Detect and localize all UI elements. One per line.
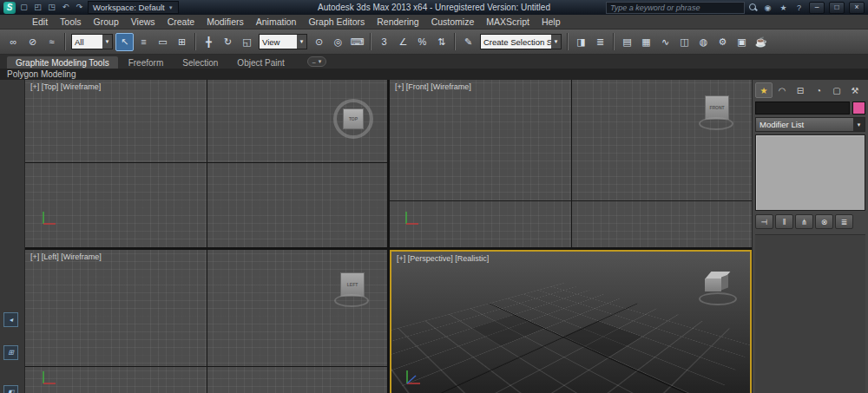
- keyboard-shortcut-override-toggle[interactable]: ⌨: [348, 33, 366, 51]
- menu-modifiers[interactable]: Modifiers: [201, 16, 250, 27]
- save-file-icon[interactable]: ◳: [46, 2, 57, 13]
- menu-help[interactable]: Help: [536, 16, 567, 27]
- tab-freeform[interactable]: Freeform: [120, 56, 173, 69]
- menu-edit[interactable]: Edit: [26, 16, 54, 27]
- pin-stack-button[interactable]: ⊣: [755, 214, 773, 229]
- viewcube[interactable]: TOP: [333, 99, 373, 139]
- menu-tools[interactable]: Tools: [54, 16, 88, 27]
- viewport-left[interactable]: [+] [Left] [Wireframe] LEFT: [25, 250, 387, 393]
- app-logo-icon[interactable]: S: [3, 2, 16, 14]
- search-icon[interactable]: [749, 3, 758, 12]
- tab-modify[interactable]: ◠: [773, 82, 791, 98]
- minimize-button[interactable]: –: [809, 2, 825, 14]
- viewcube[interactable]: FRONT: [698, 94, 734, 130]
- viewport-perspective[interactable]: [+] [Perspective] [Realistic]: [390, 250, 752, 393]
- viewcube-side-face[interactable]: [721, 274, 728, 290]
- viewport-perspective-label[interactable]: [+] [Perspective] [Realistic]: [397, 254, 489, 263]
- remove-modifier-button[interactable]: ⊗: [815, 214, 833, 229]
- viewcube-ring[interactable]: [334, 294, 369, 307]
- select-and-move-button[interactable]: ╋: [200, 33, 218, 51]
- modifier-list-select[interactable]: Modifier List ▼: [755, 117, 865, 132]
- viewcube-ring[interactable]: [699, 117, 733, 130]
- spinner-snap-toggle[interactable]: ⇅: [432, 33, 450, 51]
- menu-rendering[interactable]: Rendering: [371, 16, 424, 27]
- viewcube-face-label[interactable]: FRONT: [705, 95, 729, 120]
- angle-snap-toggle[interactable]: ∠: [394, 33, 412, 51]
- layer-manager-button[interactable]: ▤: [618, 33, 636, 51]
- menu-customize[interactable]: Customize: [425, 16, 481, 27]
- viewcube-front-face[interactable]: [705, 278, 721, 291]
- snaps-toggle-button[interactable]: 3: [375, 33, 393, 51]
- graphite-modeling-tools-toggle[interactable]: ▦: [637, 33, 655, 51]
- help-icon[interactable]: ?: [793, 3, 805, 12]
- viewcube-ring[interactable]: [699, 292, 737, 305]
- tab-object-paint[interactable]: Object Paint: [228, 56, 293, 69]
- selection-filter-select[interactable]: All ▼: [71, 34, 113, 49]
- material-editor-button[interactable]: ◍: [694, 33, 713, 51]
- menu-group[interactable]: Group: [88, 16, 125, 27]
- maximize-button[interactable]: □: [829, 2, 845, 14]
- search-input[interactable]: [606, 2, 745, 14]
- schematic-view-button[interactable]: ◫: [675, 33, 694, 51]
- select-and-link-button[interactable]: ∞: [4, 33, 23, 51]
- make-unique-button[interactable]: ⋔: [795, 214, 813, 229]
- menu-maxscript[interactable]: MAXScript: [480, 16, 536, 27]
- viewport-top-label[interactable]: [+] [Top] [Wireframe]: [30, 82, 101, 91]
- configure-modifier-sets-button[interactable]: ≣: [835, 214, 853, 229]
- select-object-button[interactable]: ↖: [115, 33, 134, 51]
- favorites-star-icon[interactable]: ★: [778, 3, 789, 12]
- render-production-button[interactable]: ☕: [752, 33, 770, 51]
- reference-coordinate-system-select[interactable]: View ▼: [259, 34, 307, 49]
- communication-center-icon[interactable]: ◉: [762, 3, 773, 12]
- polygon-modeling-panel-label[interactable]: Polygon Modeling: [7, 69, 76, 79]
- use-pivot-point-center-button[interactable]: ⊙: [310, 33, 328, 51]
- viewport-front[interactable]: [+] [Front] [Wireframe] FRONT: [390, 80, 752, 247]
- object-color-swatch[interactable]: [852, 102, 865, 115]
- open-file-icon[interactable]: ◰: [32, 2, 43, 13]
- viewport-left-label[interactable]: [+] [Left] [Wireframe]: [30, 252, 102, 261]
- undo-icon[interactable]: ↶: [60, 2, 71, 13]
- select-by-name-button[interactable]: ≡: [135, 33, 153, 51]
- named-selection-sets-select[interactable]: Create Selection Set ▼: [480, 34, 562, 49]
- rectangular-selection-region-button[interactable]: ▭: [154, 33, 172, 51]
- layout-tabs-expand-button[interactable]: ◂: [3, 312, 18, 327]
- viewcube-face-label[interactable]: LEFT: [340, 272, 365, 297]
- mirror-button[interactable]: ◨: [572, 33, 590, 51]
- viewcube[interactable]: LEFT: [333, 271, 370, 307]
- align-button[interactable]: ≣: [591, 33, 609, 51]
- viewcube-face-label[interactable]: TOP: [343, 108, 364, 129]
- ribbon-minimize-button[interactable]: – ▾: [307, 56, 326, 67]
- redo-icon[interactable]: ↷: [74, 2, 85, 13]
- viewport-front-label[interactable]: [+] [Front] [Wireframe]: [395, 82, 471, 91]
- menu-create[interactable]: Create: [161, 16, 201, 27]
- new-scene-icon[interactable]: ▢: [18, 2, 30, 13]
- percent-snap-toggle[interactable]: %: [413, 33, 431, 51]
- tab-hierarchy[interactable]: ⊟: [792, 82, 809, 98]
- select-and-manipulate-button[interactable]: ◎: [329, 33, 347, 51]
- object-name-field[interactable]: [755, 102, 850, 115]
- tab-graphite-modeling-tools[interactable]: Graphite Modeling Tools: [7, 56, 118, 69]
- menu-graph-editors[interactable]: Graph Editors: [302, 16, 371, 27]
- menu-animation[interactable]: Animation: [250, 16, 303, 27]
- tab-motion[interactable]: ◔: [810, 82, 827, 98]
- viewport-top[interactable]: [+] [Top] [Wireframe] TOP: [25, 80, 387, 247]
- menu-views[interactable]: Views: [125, 16, 161, 27]
- select-and-rotate-button[interactable]: ↻: [219, 33, 237, 51]
- render-setup-button[interactable]: ⚙: [713, 33, 732, 51]
- layout-preset-button[interactable]: ⊞: [3, 345, 18, 360]
- tab-utilities[interactable]: ⚒: [846, 82, 864, 98]
- edit-named-selection-sets-button[interactable]: ✎: [459, 33, 477, 51]
- rendered-frame-window-button[interactable]: ▣: [733, 33, 751, 51]
- tab-display[interactable]: ▢: [828, 82, 845, 98]
- modifier-stack-list[interactable]: [755, 134, 865, 211]
- tab-selection[interactable]: Selection: [174, 56, 227, 69]
- layout-extra-button[interactable]: ◧: [3, 385, 18, 393]
- viewcube[interactable]: [698, 269, 738, 305]
- show-end-result-button[interactable]: ‖: [775, 214, 793, 229]
- close-button[interactable]: ×: [849, 2, 865, 14]
- window-crossing-toggle[interactable]: ⊞: [173, 33, 191, 51]
- workspace-selector[interactable]: Workspace: Default ▼: [88, 1, 179, 14]
- select-and-scale-button[interactable]: ◱: [238, 33, 256, 51]
- unlink-selection-button[interactable]: ⊘: [23, 33, 42, 51]
- bind-to-space-warp-button[interactable]: ≈: [43, 33, 61, 51]
